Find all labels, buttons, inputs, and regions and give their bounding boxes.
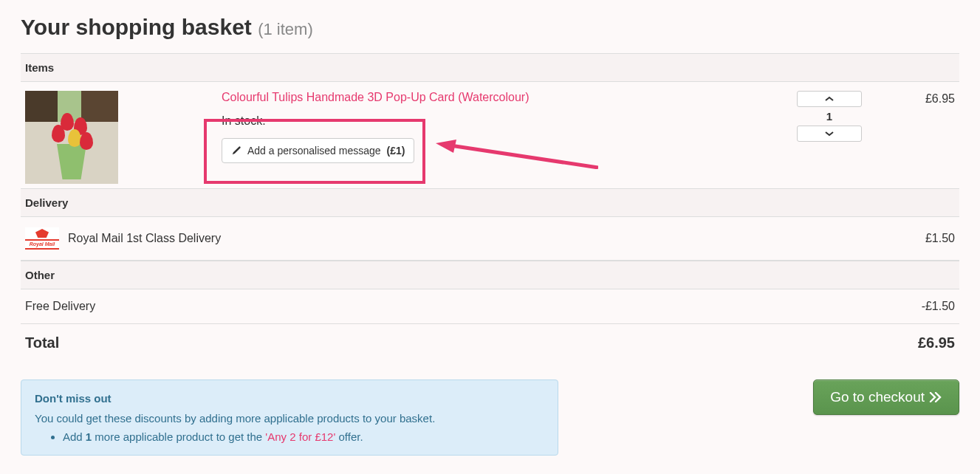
stock-status: In stock. [222, 114, 785, 128]
other-price: -£1.50 [922, 300, 955, 313]
total-row: Total £6.95 [21, 324, 959, 362]
item-count: (1 item) [258, 20, 313, 38]
delivery-header: Delivery [21, 188, 959, 217]
other-label: Free Delivery [25, 300, 922, 313]
pencil-icon [231, 145, 241, 156]
items-header: Items [21, 53, 959, 82]
other-row: Free Delivery -£1.50 [21, 289, 959, 324]
svg-line-0 [450, 145, 598, 168]
svg-marker-1 [436, 140, 456, 153]
cart-item-row: Colourful Tulips Handmade 3D Pop-Up Card… [21, 82, 959, 188]
checkout-label: Go to checkout [830, 389, 925, 405]
personalise-price: (£1) [387, 145, 405, 157]
total-label: Total [25, 334, 918, 351]
annotation-arrow [436, 140, 598, 169]
product-name-link[interactable]: Colourful Tulips Handmade 3D Pop-Up Card… [222, 91, 529, 103]
royal-mail-icon [25, 227, 59, 250]
quantity-stepper: 1 [785, 91, 874, 142]
promo-title: Don't miss out [35, 392, 544, 405]
chevron-down-icon [825, 131, 834, 137]
other-header: Other [21, 261, 959, 289]
total-price: £6.95 [918, 334, 955, 351]
quantity-value: 1 [785, 107, 874, 126]
delivery-method: Royal Mail 1st Class Delivery [68, 232, 925, 245]
promo-bullet: Add 1 more applicable product to get the… [63, 430, 544, 443]
chevron-double-right-icon [929, 392, 942, 402]
title-text: Your shopping basket [21, 15, 252, 39]
quantity-increase-button[interactable] [797, 91, 862, 107]
promo-banner: Don't miss out You could get these disco… [21, 379, 558, 456]
promo-offer-link[interactable]: 'Any 2 for £12' [265, 430, 335, 443]
chevron-up-icon [825, 96, 834, 102]
add-personalised-message-button[interactable]: Add a personalised message (£1) [222, 138, 414, 163]
delivery-row: Royal Mail 1st Class Delivery £1.50 [21, 217, 959, 261]
delivery-price: £1.50 [925, 232, 955, 245]
promo-lead: You could get these discounts by adding … [35, 412, 544, 425]
go-to-checkout-button[interactable]: Go to checkout [813, 379, 959, 415]
product-thumbnail[interactable] [25, 91, 118, 184]
personalise-label: Add a personalised message [247, 145, 381, 157]
quantity-decrease-button[interactable] [797, 126, 862, 142]
item-price: £6.95 [874, 91, 955, 106]
page-title: Your shopping basket (1 item) [21, 15, 959, 40]
